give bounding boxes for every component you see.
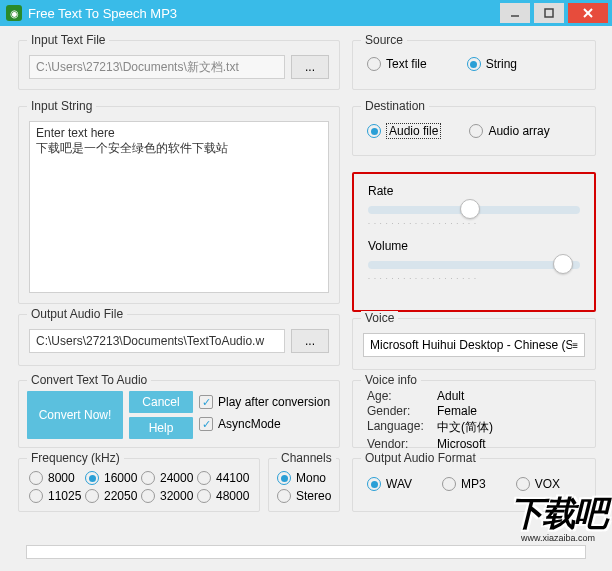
voiceinfo-age-label: Age: [367,389,437,403]
voiceinfo-vendor-value: Microsoft [437,437,585,451]
group-input-string: Input String Enter text here 下载吧是一个安全绿色的… [18,106,340,304]
progress-bar [26,545,586,559]
legend-frequency: Frequency (kHz) [27,451,124,465]
voiceinfo-gender-value: Female [437,404,585,418]
legend-source: Source [361,33,407,47]
voiceinfo-gender-label: Gender: [367,404,437,418]
frequency-radio-22050[interactable]: 22050 [85,489,139,503]
volume-label: Volume [368,239,580,253]
source-radio-text-file[interactable]: Text file [367,57,427,71]
voiceinfo-vendor-label: Vendor: [367,437,437,451]
voiceinfo-language-label: Language: [367,419,437,436]
channels-radio-mono[interactable]: Mono [277,471,333,485]
app-icon: ◉ [6,5,22,21]
frequency-radio-48000[interactable]: 48000 [197,489,251,503]
titlebar: ◉ Free Text To Speech MP3 [0,0,612,26]
channels-radio-stereo[interactable]: Stereo [277,489,333,503]
window-title: Free Text To Speech MP3 [28,6,500,21]
destination-radio-audio-array[interactable]: Audio array [469,123,549,139]
play-after-checkbox[interactable]: ✓Play after conversion [199,395,330,409]
legend-output-format: Output Audio Format [361,451,480,465]
output-file-path[interactable]: C:\Users\27213\Documents\TextToAudio.w [29,329,285,353]
legend-voice: Voice [361,311,398,325]
group-destination: Destination Audio fileAudio array [352,106,596,156]
group-output-audio-file: Output Audio File C:\Users\27213\Documen… [18,314,340,366]
frequency-radio-11025[interactable]: 11025 [29,489,83,503]
legend-convert: Convert Text To Audio [27,373,151,387]
group-voice-info: Voice info Age:Adult Gender:Female Langu… [352,380,596,448]
destination-radio-audio-file[interactable]: Audio file [367,123,441,139]
source-radio-string[interactable]: String [467,57,517,71]
async-mode-checkbox[interactable]: ✓AsyncMode [199,417,330,431]
legend-destination: Destination [361,99,429,113]
minimize-button[interactable] [500,3,530,23]
input-file-path: C:\Users\27213\Documents\新文档.txt [29,55,285,79]
voice-dropdown[interactable]: Microsoft Huihui Desktop - Chinese (Sir … [363,333,585,357]
rate-ticks: · · · · · · · · · · · · · · · · · · · [368,220,580,227]
rate-label: Rate [368,184,580,198]
voiceinfo-age-value: Adult [437,389,585,403]
frequency-radio-32000[interactable]: 32000 [141,489,195,503]
voiceinfo-language-value: 中文(简体) [437,419,585,436]
legend-voice-info: Voice info [361,373,421,387]
output-format-radio-wav[interactable]: WAV [367,477,412,491]
legend-input-file: Input Text File [27,33,109,47]
group-output-format: Output Audio Format WAVMP3VOX [352,458,596,512]
legend-output-file: Output Audio File [27,307,127,321]
output-file-browse-button[interactable]: ... [291,329,329,353]
group-frequency: Frequency (kHz) 800016000240004410011025… [18,458,260,512]
voice-selected: Microsoft Huihui Desktop - Chinese (Sir [370,338,572,352]
maximize-button[interactable] [534,3,564,23]
frequency-radio-44100[interactable]: 44100 [197,471,251,485]
group-source: Source Text fileString [352,40,596,90]
volume-ticks: · · · · · · · · · · · · · · · · · · · [368,275,580,282]
frequency-radio-8000[interactable]: 8000 [29,471,83,485]
rate-slider[interactable] [368,206,580,214]
legend-channels: Channels [277,451,336,465]
output-format-radio-vox[interactable]: VOX [516,477,560,491]
play-after-label: Play after conversion [218,395,330,409]
group-voice: Voice Microsoft Huihui Desktop - Chinese… [352,318,596,370]
close-button[interactable] [568,3,608,23]
legend-input-string: Input String [27,99,96,113]
input-file-browse-button[interactable]: ... [291,55,329,79]
group-input-text-file: Input Text File C:\Users\27213\Documents… [18,40,340,90]
async-mode-label: AsyncMode [218,417,281,431]
group-convert: Convert Text To Audio Convert Now! Cance… [18,380,340,448]
svg-rect-1 [545,9,553,17]
frequency-radio-16000[interactable]: 16000 [85,471,139,485]
group-rate-volume: Rate · · · · · · · · · · · · · · · · · ·… [352,172,596,312]
input-string-textarea[interactable]: Enter text here 下载吧是一个安全绿色的软件下载站 [29,121,329,293]
volume-slider[interactable] [368,261,580,269]
cancel-button[interactable]: Cancel [129,391,193,413]
help-button[interactable]: Help [129,417,193,439]
dropdown-icon: ≡ [572,340,578,351]
output-format-radio-mp3[interactable]: MP3 [442,477,486,491]
frequency-radio-24000[interactable]: 24000 [141,471,195,485]
watermark-url: www.xiazaiba.com [510,533,606,543]
convert-now-button[interactable]: Convert Now! [27,391,123,439]
group-channels: Channels MonoStereo [268,458,340,512]
